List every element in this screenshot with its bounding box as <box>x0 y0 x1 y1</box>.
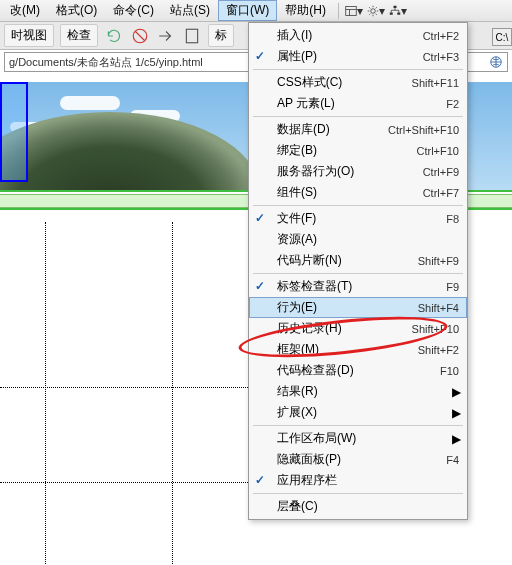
menu-item-label: 历史记录(H) <box>277 320 412 337</box>
menu-item-label: 标签检查器(T) <box>277 278 446 295</box>
menu-item-label: 行为(E) <box>277 299 418 316</box>
refresh-icon[interactable] <box>104 26 124 46</box>
svg-rect-5 <box>390 12 393 14</box>
hill-image <box>0 112 260 192</box>
menu-separator <box>253 116 463 117</box>
check-icon: ✓ <box>255 49 265 63</box>
menu-item-shortcut: Ctrl+Shift+F10 <box>388 124 459 136</box>
menu-item[interactable]: AP 元素(L)F2 <box>249 93 467 114</box>
menu-item[interactable]: ✓标签检查器(T)F9 <box>249 276 467 297</box>
menu-separator <box>253 273 463 274</box>
tag-button[interactable]: 标 <box>208 24 234 47</box>
svg-rect-9 <box>186 29 197 43</box>
inspect-button[interactable]: 检查 <box>60 24 98 47</box>
menu-separator <box>253 205 463 206</box>
menu-item-shortcut: Shift+F10 <box>412 323 459 335</box>
svg-point-3 <box>371 8 376 13</box>
menu-bar: 改(M) 格式(O) 命令(C) 站点(S) 窗口(W) 帮助(H) ▾ ▾ ▾ <box>0 0 512 22</box>
menu-site[interactable]: 站点(S) <box>162 0 218 21</box>
menu-item-label: AP 元素(L) <box>277 95 446 112</box>
gear-icon[interactable]: ▾ <box>367 3 385 19</box>
menu-item-shortcut: F4 <box>446 454 459 466</box>
menu-item-label: CSS样式(C) <box>277 74 412 91</box>
check-icon: ✓ <box>255 473 265 487</box>
menu-item-label: 代码检查器(D) <box>277 362 440 379</box>
menu-item[interactable]: 隐藏面板(P)F4 <box>249 449 467 470</box>
globe-icon[interactable] <box>489 55 503 69</box>
menu-item[interactable]: CSS样式(C)Shift+F11 <box>249 72 467 93</box>
sitemap-icon[interactable]: ▾ <box>389 3 407 19</box>
submenu-arrow-icon: ▶ <box>452 432 461 446</box>
menu-commands[interactable]: 命令(C) <box>105 0 162 21</box>
menu-window[interactable]: 窗口(W) <box>218 0 277 21</box>
menu-item[interactable]: 组件(S)Ctrl+F7 <box>249 182 467 203</box>
check-icon: ✓ <box>255 211 265 225</box>
menu-item-label: 资源(A) <box>277 231 459 248</box>
menu-item[interactable]: 结果(R)▶ <box>249 381 467 402</box>
menu-item-shortcut: Shift+F11 <box>412 77 459 89</box>
svg-rect-0 <box>346 6 357 15</box>
menu-item-shortcut: Ctrl+F9 <box>423 166 459 178</box>
check-icon: ✓ <box>255 279 265 293</box>
menu-item[interactable]: 代码检查器(D)F10 <box>249 360 467 381</box>
menu-item-shortcut: Shift+F9 <box>418 255 459 267</box>
menu-item[interactable]: 资源(A) <box>249 229 467 250</box>
nav-icon[interactable] <box>156 26 176 46</box>
menu-item[interactable]: 插入(I)Ctrl+F2 <box>249 25 467 46</box>
menu-item[interactable]: 绑定(B)Ctrl+F10 <box>249 140 467 161</box>
menu-help[interactable]: 帮助(H) <box>277 0 334 21</box>
svg-rect-6 <box>397 12 400 14</box>
menu-item-label: 框架(M) <box>277 341 418 358</box>
menu-item-label: 扩展(X) <box>277 404 459 421</box>
menu-item-shortcut: Ctrl+F7 <box>423 187 459 199</box>
svg-line-8 <box>136 31 145 40</box>
menu-item-label: 绑定(B) <box>277 142 417 159</box>
menu-item-label: 文件(F) <box>277 210 446 227</box>
menu-item[interactable]: ✓应用程序栏 <box>249 470 467 491</box>
menu-item-shortcut: Shift+F4 <box>418 302 459 314</box>
file-tab[interactable]: C:\ <box>492 28 512 46</box>
layout-icon[interactable]: ▾ <box>345 3 363 19</box>
menu-item[interactable]: 工作区布局(W)▶ <box>249 428 467 449</box>
menu-item[interactable]: 服务器行为(O)Ctrl+F9 <box>249 161 467 182</box>
menu-separator <box>253 69 463 70</box>
menu-item-shortcut: F2 <box>446 98 459 110</box>
submenu-arrow-icon: ▶ <box>452 406 461 420</box>
menu-item-label: 隐藏面板(P) <box>277 451 446 468</box>
table-border <box>45 222 46 565</box>
table-border <box>172 222 173 565</box>
menu-modify[interactable]: 改(M) <box>2 0 48 21</box>
menu-format[interactable]: 格式(O) <box>48 0 105 21</box>
selection-handle[interactable] <box>0 82 28 182</box>
menu-item-shortcut: Ctrl+F3 <box>423 51 459 63</box>
table-border <box>0 482 250 483</box>
menu-item[interactable]: 层叠(C) <box>249 496 467 517</box>
stop-icon[interactable] <box>130 26 150 46</box>
window-menu-dropdown: 插入(I)Ctrl+F2✓属性(P)Ctrl+F3CSS样式(C)Shift+F… <box>248 22 468 520</box>
menu-item[interactable]: 代码片断(N)Shift+F9 <box>249 250 467 271</box>
menu-item[interactable]: 框架(M)Shift+F2 <box>249 339 467 360</box>
menu-item-label: 层叠(C) <box>277 498 459 515</box>
svg-rect-4 <box>394 5 397 7</box>
menu-item-shortcut: F8 <box>446 213 459 225</box>
menu-item-label: 属性(P) <box>277 48 423 65</box>
menu-item-shortcut: Ctrl+F10 <box>417 145 460 157</box>
menu-item[interactable]: 行为(E)Shift+F4 <box>249 297 467 318</box>
menu-item[interactable]: 历史记录(H)Shift+F10 <box>249 318 467 339</box>
menu-item[interactable]: 扩展(X)▶ <box>249 402 467 423</box>
menu-item[interactable]: ✓属性(P)Ctrl+F3 <box>249 46 467 67</box>
doc-icon[interactable] <box>182 26 202 46</box>
submenu-arrow-icon: ▶ <box>452 385 461 399</box>
separator <box>338 3 339 19</box>
menu-item[interactable]: ✓文件(F)F8 <box>249 208 467 229</box>
menu-item-label: 插入(I) <box>277 27 423 44</box>
menu-item-label: 数据库(D) <box>277 121 388 138</box>
menu-item-label: 工作区布局(W) <box>277 430 459 447</box>
menu-separator <box>253 493 463 494</box>
table-border <box>0 387 250 388</box>
menu-item[interactable]: 数据库(D)Ctrl+Shift+F10 <box>249 119 467 140</box>
menu-item-shortcut: F9 <box>446 281 459 293</box>
live-view-button[interactable]: 时视图 <box>4 24 54 47</box>
menu-item-label: 应用程序栏 <box>277 472 459 489</box>
menu-item-shortcut: Ctrl+F2 <box>423 30 459 42</box>
